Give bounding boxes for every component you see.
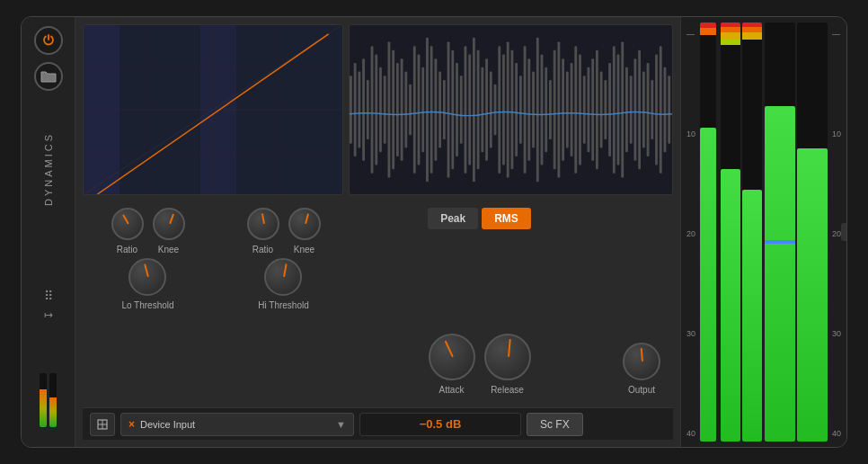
attack-release-row: Attack Release [429, 334, 531, 395]
meters-add-button[interactable]: + [841, 223, 847, 241]
meters-container: — 10 20 30 40 [686, 22, 841, 442]
hi-knee-knob[interactable] [288, 208, 321, 240]
svg-rect-26 [426, 38, 429, 183]
route-button[interactable] [90, 413, 115, 436]
transfer-curve-svg [84, 25, 342, 194]
hi-threshold-section: Ratio Knee Hi Threshold [218, 201, 349, 402]
lo-ratio-group: Ratio [111, 208, 144, 254]
hi-ratio-group: Ratio [247, 208, 279, 254]
svg-rect-31 [447, 41, 450, 177]
hi-ratio-label: Ratio [252, 245, 273, 254]
rms-button[interactable]: RMS [482, 208, 531, 229]
hi-threshold-knob[interactable] [264, 258, 302, 296]
attack-group: Attack [429, 334, 475, 395]
lo-knob-row: Ratio Knee [111, 208, 185, 254]
svg-rect-29 [438, 71, 441, 147]
lo-threshold-section: Ratio Knee Lo Threshold [83, 201, 213, 402]
svg-rect-78 [647, 63, 650, 156]
meter-ch3-r [797, 22, 828, 442]
device-input-selector[interactable]: × Device Input ▼ [120, 413, 354, 436]
meter-group-1 [700, 22, 718, 442]
svg-rect-28 [434, 58, 437, 160]
dots-icon[interactable]: ⠿ [44, 289, 53, 303]
hi-ratio-knob[interactable] [247, 208, 279, 240]
svg-rect-34 [460, 76, 463, 144]
scale-30: 30 [686, 329, 695, 338]
svg-rect-36 [468, 55, 471, 165]
top-row [83, 24, 673, 195]
lo-knee-knob[interactable] [153, 208, 185, 240]
svg-rect-21 [404, 71, 407, 147]
svg-rect-47 [515, 63, 518, 156]
device-x-icon: × [128, 418, 135, 431]
svg-rect-51 [532, 71, 535, 147]
meter-ch3-l [765, 22, 795, 442]
svg-rect-35 [465, 46, 467, 174]
left-meter-scale: — 10 20 30 40 [686, 22, 697, 442]
svg-rect-27 [430, 46, 433, 174]
meter-ch2-l [721, 22, 740, 442]
svg-rect-17 [388, 41, 391, 177]
svg-rect-66 [596, 50, 598, 169]
attack-release-section: Peak RMS Attack Release [354, 201, 605, 402]
svg-rect-54 [545, 67, 547, 152]
db-display: −0.5 dB [359, 413, 521, 436]
svg-rect-49 [524, 46, 527, 174]
svg-rect-80 [655, 55, 658, 165]
svg-rect-10 [358, 71, 360, 147]
hi-knob-row: Ratio Knee [247, 208, 321, 254]
svg-rect-74 [630, 76, 633, 144]
folder-button[interactable] [34, 62, 63, 91]
hi-knee-label: Knee [294, 245, 314, 254]
waveform-display [349, 24, 673, 195]
scale-10: 10 [686, 129, 695, 138]
svg-rect-20 [401, 58, 403, 160]
release-group: Release [484, 334, 531, 395]
lo-threshold-group: Lo Threshold [121, 258, 173, 310]
lo-ratio-knob[interactable] [111, 208, 144, 240]
svg-rect-56 [554, 50, 556, 169]
sc-fx-button[interactable]: Sc FX [527, 413, 583, 436]
svg-rect-48 [519, 76, 522, 144]
db-value-label: −0.5 dB [420, 417, 462, 431]
svg-rect-14 [375, 55, 377, 165]
svg-rect-18 [392, 50, 394, 169]
svg-rect-38 [477, 50, 480, 169]
hi-threshold-group: Hi Threshold [258, 258, 309, 310]
release-knob[interactable] [484, 334, 531, 380]
power-button[interactable] [34, 26, 63, 55]
route-icon[interactable]: ↦ [44, 308, 53, 321]
scale-20: 20 [686, 229, 695, 238]
svg-rect-44 [502, 55, 505, 165]
meter-group-3 [765, 22, 828, 442]
lo-threshold-label: Lo Threshold [121, 300, 173, 310]
mini-meter-right [49, 373, 57, 427]
bottom-toolbar: × Device Input ▼ −0.5 dB Sc FX [83, 407, 673, 440]
release-label: Release [491, 385, 524, 395]
controls-row: Ratio Knee Lo Threshold [83, 201, 673, 402]
svg-rect-72 [621, 41, 624, 177]
svg-rect-33 [456, 63, 458, 156]
svg-rect-22 [409, 85, 412, 136]
svg-rect-9 [354, 63, 357, 156]
svg-rect-8 [350, 76, 352, 144]
waveform-svg [350, 25, 672, 194]
rscale-10: 10 [832, 129, 841, 138]
svg-rect-50 [527, 58, 530, 160]
attack-label: Attack [439, 385, 465, 395]
lo-knee-label: Knee [158, 245, 179, 254]
svg-rect-67 [600, 71, 603, 147]
svg-rect-13 [371, 46, 374, 174]
hi-knee-group: Knee [288, 208, 321, 254]
svg-rect-37 [473, 38, 475, 183]
lo-threshold-knob[interactable] [128, 258, 166, 296]
lo-knee-group: Knee [153, 208, 185, 254]
output-knob[interactable] [623, 343, 660, 380]
rscale-40: 40 [832, 429, 841, 438]
svg-rect-42 [494, 85, 497, 136]
meter-ch2-r [742, 22, 762, 442]
peak-button[interactable]: Peak [428, 208, 478, 229]
right-meter-scale: — 10 20 30 40 [830, 22, 841, 442]
svg-rect-46 [511, 50, 514, 169]
attack-knob[interactable] [429, 334, 475, 380]
